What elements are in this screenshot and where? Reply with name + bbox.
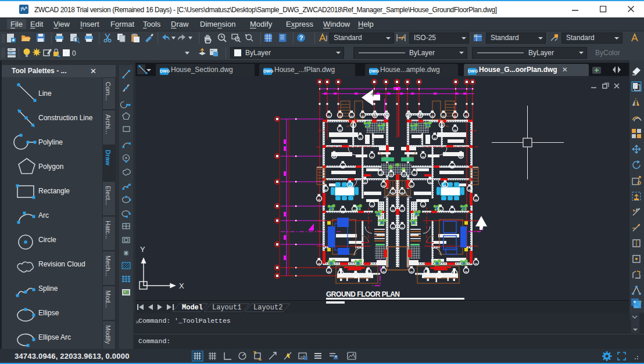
- svg-text:Y: Y: [140, 245, 145, 254]
- svg-text:0: 0: [72, 49, 76, 57]
- svg-text:?: ?: [299, 34, 303, 41]
- svg-text:X: X: [179, 282, 184, 290]
- svg-text:GROUND FLOOR PLAN: GROUND FLOOR PLAN: [326, 290, 400, 298]
